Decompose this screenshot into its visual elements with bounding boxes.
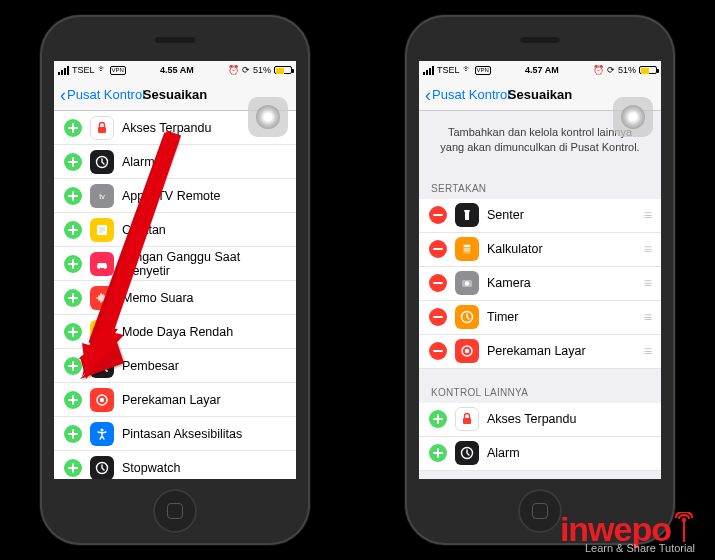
assistive-touch-button[interactable] bbox=[613, 97, 653, 137]
control-label: Alarm bbox=[487, 446, 520, 460]
drag-handle-icon[interactable]: ≡ bbox=[644, 343, 651, 359]
clock-icon bbox=[455, 441, 479, 465]
add-button[interactable] bbox=[64, 221, 82, 239]
control-row[interactable]: Pintasan Aksesibilitas bbox=[54, 417, 296, 451]
svg-rect-0 bbox=[98, 127, 106, 133]
add-button[interactable] bbox=[64, 187, 82, 205]
control-row[interactable]: Perekaman Layar≡ bbox=[419, 335, 661, 369]
phone-frame-right: TSEL ᯤ VPN 4.57 AM ⏰ ⟳ 51% ‹ Pusat Kontr… bbox=[405, 15, 675, 545]
add-button[interactable] bbox=[64, 425, 82, 443]
control-row[interactable]: Perekaman Layar bbox=[54, 383, 296, 417]
svg-point-31 bbox=[466, 250, 468, 252]
controls-list-more: Akses TerpanduAlarmtvApple TV RemoteCata… bbox=[54, 111, 296, 479]
remove-button[interactable] bbox=[429, 240, 447, 258]
remove-button[interactable] bbox=[429, 206, 447, 224]
control-row[interactable]: Stopwatch bbox=[54, 451, 296, 479]
status-bar: TSEL ᯤ VPN 4.55 AM ⏰ ⟳ 51% bbox=[54, 61, 296, 79]
control-label: Akses Terpandu bbox=[122, 121, 211, 135]
lock-icon bbox=[455, 407, 479, 431]
signal-icon bbox=[58, 66, 69, 75]
home-button[interactable] bbox=[518, 489, 562, 533]
svg-point-15 bbox=[100, 397, 104, 401]
remove-button[interactable] bbox=[429, 342, 447, 360]
section-header-include: SERTAKAN bbox=[419, 165, 661, 199]
control-row[interactable]: Jangan Ganggu Saat Menyetir bbox=[54, 247, 296, 281]
remove-button[interactable] bbox=[429, 308, 447, 326]
control-label: Akses Terpandu bbox=[487, 412, 576, 426]
carrier-label: TSEL bbox=[72, 65, 95, 75]
logo-text: inwepo bbox=[560, 515, 671, 544]
add-button[interactable] bbox=[64, 153, 82, 171]
camera-icon bbox=[455, 271, 479, 295]
back-label: Pusat Kontrol bbox=[67, 87, 145, 102]
phone-speaker bbox=[155, 37, 195, 43]
access-icon bbox=[90, 422, 114, 446]
control-row[interactable]: Alarm bbox=[419, 437, 661, 471]
svg-point-28 bbox=[466, 248, 468, 250]
control-row[interactable]: Senter≡ bbox=[419, 199, 661, 233]
back-button[interactable]: ‹ Pusat Kontrol bbox=[60, 87, 145, 102]
drag-handle-icon[interactable]: ≡ bbox=[644, 241, 651, 257]
remove-button[interactable] bbox=[429, 274, 447, 292]
control-row[interactable]: Catatan bbox=[54, 213, 296, 247]
battery-pct: 51% bbox=[618, 65, 636, 75]
control-label: Senter bbox=[487, 208, 524, 222]
control-row[interactable]: Alarm bbox=[54, 145, 296, 179]
section-header-more: KONTROL LAINNYA bbox=[419, 369, 661, 403]
control-label: Catatan bbox=[122, 223, 166, 237]
home-button[interactable] bbox=[153, 489, 197, 533]
back-button[interactable]: ‹ Pusat Kontrol bbox=[425, 87, 510, 102]
add-button[interactable] bbox=[64, 119, 82, 137]
control-label: Memo Suara bbox=[122, 291, 194, 305]
add-button[interactable] bbox=[64, 391, 82, 409]
svg-point-37 bbox=[465, 349, 469, 353]
svg-point-34 bbox=[465, 281, 469, 285]
add-button[interactable] bbox=[64, 289, 82, 307]
control-row[interactable]: Mode Daya Rendah bbox=[54, 315, 296, 349]
control-label: Kamera bbox=[487, 276, 531, 290]
status-bar: TSEL ᯤ VPN 4.57 AM ⏰ ⟳ 51% bbox=[419, 61, 661, 79]
calc-icon bbox=[455, 237, 479, 261]
lock-icon bbox=[90, 116, 114, 140]
drag-handle-icon[interactable]: ≡ bbox=[644, 309, 651, 325]
control-row[interactable]: tvApple TV Remote bbox=[54, 179, 296, 213]
car-icon bbox=[90, 252, 114, 276]
status-time: 4.57 AM bbox=[525, 65, 559, 75]
add-button[interactable] bbox=[64, 255, 82, 273]
drag-handle-icon[interactable]: ≡ bbox=[644, 207, 651, 223]
wifi-icon: ᯤ bbox=[463, 64, 472, 74]
add-button[interactable] bbox=[64, 459, 82, 477]
control-row[interactable]: Memo Suara bbox=[54, 281, 296, 315]
control-row[interactable]: Kamera≡ bbox=[419, 267, 661, 301]
svg-line-13 bbox=[104, 368, 107, 371]
control-label: Kalkulator bbox=[487, 242, 543, 256]
battery-pct: 51% bbox=[253, 65, 271, 75]
antenna-icon bbox=[673, 512, 695, 544]
orientation-lock-icon: ⟳ bbox=[242, 65, 250, 75]
note-icon bbox=[90, 218, 114, 242]
svg-text:tv: tv bbox=[99, 193, 105, 200]
watermark-logo: inwepo Learn & Share Tutorial bbox=[560, 512, 695, 554]
add-button[interactable] bbox=[429, 410, 447, 428]
svg-rect-26 bbox=[464, 245, 470, 247]
record-icon bbox=[90, 388, 114, 412]
drag-handle-icon[interactable]: ≡ bbox=[644, 275, 651, 291]
control-label: Mode Daya Rendah bbox=[122, 325, 233, 339]
alarm-icon: ⏰ bbox=[228, 65, 239, 75]
control-label: Timer bbox=[487, 310, 518, 324]
control-row[interactable]: Kalkulator≡ bbox=[419, 233, 661, 267]
svg-point-29 bbox=[468, 248, 470, 250]
add-button[interactable] bbox=[64, 323, 82, 341]
signal-icon bbox=[423, 66, 434, 75]
control-row[interactable]: Akses Terpandu bbox=[419, 403, 661, 437]
add-button[interactable] bbox=[429, 444, 447, 462]
alarm-icon: ⏰ bbox=[593, 65, 604, 75]
control-row[interactable]: Pembesar bbox=[54, 349, 296, 383]
control-row[interactable]: Timer≡ bbox=[419, 301, 661, 335]
assistive-touch-button[interactable] bbox=[248, 97, 288, 137]
tv-icon: tv bbox=[90, 184, 114, 208]
add-button[interactable] bbox=[64, 357, 82, 375]
screen-left: TSEL ᯤ VPN 4.55 AM ⏰ ⟳ 51% ‹ Pusat Kontr… bbox=[54, 61, 296, 479]
svg-point-16 bbox=[101, 428, 104, 431]
back-label: Pusat Kontrol bbox=[432, 87, 510, 102]
